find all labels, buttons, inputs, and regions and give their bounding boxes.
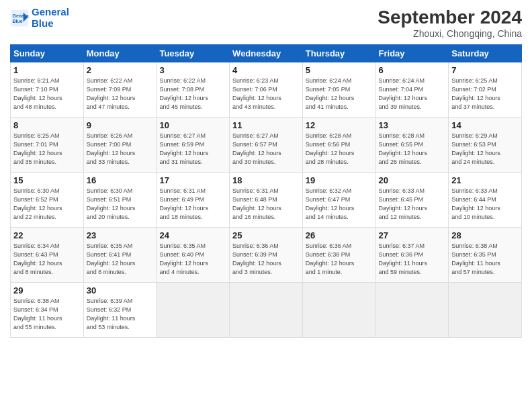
day-number: 28 [451,230,519,240]
day-info: Sunrise: 6:22 AM Sunset: 7:08 PM Dayligh… [159,77,226,111]
calendar-cell: 3Sunrise: 6:22 AM Sunset: 7:08 PM Daylig… [157,62,230,118]
calendar-cell: 19Sunrise: 6:32 AM Sunset: 6:47 PM Dayli… [302,173,375,228]
day-number: 20 [379,175,446,185]
calendar-week-3: 15Sunrise: 6:30 AM Sunset: 6:52 PM Dayli… [11,173,522,228]
day-number: 23 [87,230,154,240]
day-info: Sunrise: 6:36 AM Sunset: 6:39 PM Dayligh… [232,242,300,277]
day-number: 29 [13,285,81,295]
day-info: Sunrise: 6:35 AM Sunset: 6:40 PM Dayligh… [159,242,226,277]
day-info: Sunrise: 6:21 AM Sunset: 7:10 PM Dayligh… [13,77,81,111]
weekday-header-friday: Friday [375,45,449,62]
calendar-cell: 22Sunrise: 6:34 AM Sunset: 6:43 PM Dayli… [11,228,84,283]
day-number: 17 [159,175,226,185]
day-info: Sunrise: 6:33 AM Sunset: 6:44 PM Dayligh… [451,187,519,222]
day-info: Sunrise: 6:39 AM Sunset: 6:32 PM Dayligh… [87,297,154,332]
day-number: 6 [379,65,446,75]
logo-text-general: General [32,7,69,18]
day-info: Sunrise: 6:35 AM Sunset: 6:41 PM Dayligh… [87,242,154,277]
calendar-cell: 21Sunrise: 6:33 AM Sunset: 6:44 PM Dayli… [449,173,522,228]
logo-text-blue: Blue [32,18,69,30]
day-number: 5 [306,65,373,75]
day-info: Sunrise: 6:27 AM Sunset: 6:59 PM Dayligh… [159,132,226,167]
calendar-cell: 24Sunrise: 6:35 AM Sunset: 6:40 PM Dayli… [157,228,230,283]
day-number: 26 [306,230,373,240]
day-info: Sunrise: 6:34 AM Sunset: 6:43 PM Dayligh… [13,242,81,277]
day-info: Sunrise: 6:37 AM Sunset: 6:36 PM Dayligh… [379,242,446,277]
weekday-row: SundayMondayTuesdayWednesdayThursdayFrid… [11,45,522,62]
day-number: 11 [232,120,300,130]
day-number: 4 [232,65,300,75]
day-info: Sunrise: 6:24 AM Sunset: 7:04 PM Dayligh… [379,77,446,111]
calendar-week-4: 22Sunrise: 6:34 AM Sunset: 6:43 PM Dayli… [11,228,522,283]
calendar-cell: 27Sunrise: 6:37 AM Sunset: 6:36 PM Dayli… [375,228,449,283]
calendar-cell: 29Sunrise: 6:38 AM Sunset: 6:34 PM Dayli… [11,283,84,338]
logo: General Blue General Blue [10,7,69,29]
day-number: 9 [87,120,154,130]
calendar-cell: 18Sunrise: 6:31 AM Sunset: 6:48 PM Dayli… [230,173,303,228]
calendar-cell: 14Sunrise: 6:29 AM Sunset: 6:53 PM Dayli… [449,118,522,173]
calendar-cell: 5Sunrise: 6:24 AM Sunset: 7:05 PM Daylig… [302,62,375,118]
weekday-header-monday: Monday [83,45,157,62]
calendar-cell: 6Sunrise: 6:24 AM Sunset: 7:04 PM Daylig… [375,62,449,118]
weekday-header-tuesday: Tuesday [157,45,230,62]
weekday-header-wednesday: Wednesday [230,45,303,62]
calendar-cell: 17Sunrise: 6:31 AM Sunset: 6:49 PM Dayli… [157,173,230,228]
day-info: Sunrise: 6:28 AM Sunset: 6:56 PM Dayligh… [306,132,373,167]
day-info: Sunrise: 6:24 AM Sunset: 7:05 PM Dayligh… [306,77,373,111]
day-info: Sunrise: 6:32 AM Sunset: 6:47 PM Dayligh… [306,187,373,222]
calendar-cell: 11Sunrise: 6:27 AM Sunset: 6:57 PM Dayli… [230,118,303,173]
calendar-cell [230,283,303,338]
day-number: 27 [379,230,446,240]
calendar-cell: 20Sunrise: 6:33 AM Sunset: 6:45 PM Dayli… [375,173,449,228]
day-number: 16 [87,175,154,185]
calendar-cell: 10Sunrise: 6:27 AM Sunset: 6:59 PM Dayli… [157,118,230,173]
calendar-cell: 16Sunrise: 6:30 AM Sunset: 6:51 PM Dayli… [83,173,157,228]
location: Zhouxi, Chongqing, China [378,28,522,39]
calendar-week-2: 8Sunrise: 6:25 AM Sunset: 7:01 PM Daylig… [11,118,522,173]
day-number: 1 [13,65,81,75]
calendar-cell: 8Sunrise: 6:25 AM Sunset: 7:01 PM Daylig… [11,118,84,173]
calendar-week-5: 29Sunrise: 6:38 AM Sunset: 6:34 PM Dayli… [11,283,522,338]
title-block: September 2024 Zhouxi, Chongqing, China [378,7,522,39]
day-number: 21 [451,175,519,185]
day-info: Sunrise: 6:38 AM Sunset: 6:35 PM Dayligh… [451,242,519,277]
calendar-cell [375,283,449,338]
day-info: Sunrise: 6:29 AM Sunset: 6:53 PM Dayligh… [451,132,519,167]
page-header: General Blue General Blue September 2024… [10,7,522,39]
calendar-cell: 25Sunrise: 6:36 AM Sunset: 6:39 PM Dayli… [230,228,303,283]
day-number: 19 [306,175,373,185]
logo-icon: General Blue [10,9,29,28]
calendar-cell: 12Sunrise: 6:28 AM Sunset: 6:56 PM Dayli… [302,118,375,173]
day-info: Sunrise: 6:31 AM Sunset: 6:49 PM Dayligh… [159,187,226,222]
day-info: Sunrise: 6:30 AM Sunset: 6:51 PM Dayligh… [87,187,154,222]
day-number: 7 [451,65,519,75]
calendar-header: SundayMondayTuesdayWednesdayThursdayFrid… [11,45,522,62]
day-info: Sunrise: 6:31 AM Sunset: 6:48 PM Dayligh… [232,187,300,222]
day-number: 14 [451,120,519,130]
day-info: Sunrise: 6:28 AM Sunset: 6:55 PM Dayligh… [379,132,446,167]
calendar: SundayMondayTuesdayWednesdayThursdayFrid… [10,44,522,338]
day-info: Sunrise: 6:33 AM Sunset: 6:45 PM Dayligh… [379,187,446,222]
day-info: Sunrise: 6:25 AM Sunset: 7:02 PM Dayligh… [451,77,519,111]
calendar-cell [449,283,522,338]
calendar-cell: 9Sunrise: 6:26 AM Sunset: 7:00 PM Daylig… [83,118,157,173]
day-number: 25 [232,230,300,240]
day-number: 30 [87,285,154,295]
calendar-week-1: 1Sunrise: 6:21 AM Sunset: 7:10 PM Daylig… [11,62,522,118]
calendar-cell: 15Sunrise: 6:30 AM Sunset: 6:52 PM Dayli… [11,173,84,228]
calendar-cell: 30Sunrise: 6:39 AM Sunset: 6:32 PM Dayli… [83,283,157,338]
calendar-cell: 1Sunrise: 6:21 AM Sunset: 7:10 PM Daylig… [11,62,84,118]
calendar-cell: 28Sunrise: 6:38 AM Sunset: 6:35 PM Dayli… [449,228,522,283]
day-number: 22 [13,230,81,240]
weekday-header-thursday: Thursday [302,45,375,62]
day-number: 2 [87,65,154,75]
day-number: 15 [13,175,81,185]
day-info: Sunrise: 6:36 AM Sunset: 6:38 PM Dayligh… [306,242,373,277]
calendar-cell [302,283,375,338]
day-info: Sunrise: 6:26 AM Sunset: 7:00 PM Dayligh… [87,132,154,167]
day-number: 10 [159,120,226,130]
day-info: Sunrise: 6:27 AM Sunset: 6:57 PM Dayligh… [232,132,300,167]
calendar-cell: 23Sunrise: 6:35 AM Sunset: 6:41 PM Dayli… [83,228,157,283]
day-number: 8 [13,120,81,130]
calendar-body: 1Sunrise: 6:21 AM Sunset: 7:10 PM Daylig… [11,62,522,338]
